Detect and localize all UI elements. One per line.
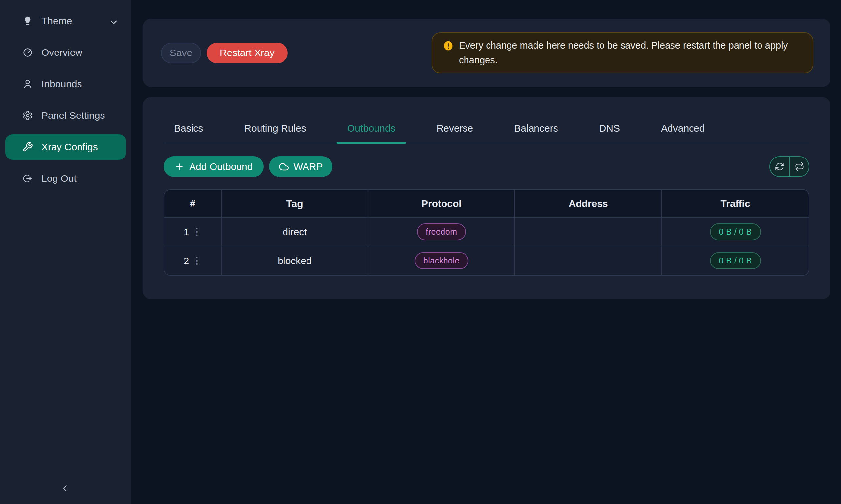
- sidebar-item-theme[interactable]: Theme: [5, 8, 126, 34]
- chevron-left-icon: [60, 483, 70, 493]
- reload-table-button[interactable]: [789, 157, 809, 176]
- traffic-badge: 0 B / 0 B: [710, 223, 760, 240]
- wrench-icon: [22, 142, 33, 152]
- sidebar-item-label: Panel Settings: [41, 110, 105, 121]
- tab-advanced[interactable]: Advanced: [650, 123, 715, 143]
- sidebar-item-label: Inbounds: [41, 78, 82, 90]
- col-header-index: #: [164, 190, 222, 218]
- xray-config-card: Basics Routing Rules Outbounds Reverse B…: [142, 97, 830, 299]
- logout-icon: [22, 173, 33, 184]
- col-header-address: Address: [515, 190, 662, 218]
- gear-icon: [22, 110, 33, 121]
- user-icon: [22, 79, 33, 89]
- row-index: 1: [183, 227, 189, 237]
- restart-warning-alert: Every change made here needs to be saved…: [432, 33, 813, 73]
- sidebar-item-label: Log Out: [41, 173, 76, 184]
- dashboard-icon: [22, 47, 33, 58]
- main-content: Save Restart Xray Every change made here…: [132, 0, 841, 504]
- sidebar-collapse-button[interactable]: [58, 482, 72, 495]
- tag-cell: direct: [222, 218, 368, 247]
- plus-icon: [174, 162, 184, 172]
- refresh-button[interactable]: [770, 157, 789, 176]
- col-header-protocol: Protocol: [368, 190, 515, 218]
- sidebar-item-label: Theme: [41, 15, 72, 26]
- outbounds-table: # Tag Protocol Address Traffic 1: [164, 189, 809, 276]
- toolbar-card: Save Restart Xray Every change made here…: [142, 19, 830, 87]
- add-outbound-button[interactable]: Add Outbound: [164, 156, 264, 177]
- tab-basics[interactable]: Basics: [164, 123, 213, 143]
- chevron-down-icon: [108, 17, 116, 25]
- tab-reverse[interactable]: Reverse: [426, 123, 484, 143]
- alert-message: Every change made here needs to be saved…: [459, 38, 801, 68]
- warning-icon: [443, 41, 453, 51]
- sidebar-item-label: Xray Configs: [41, 141, 98, 152]
- repeat-icon: [795, 162, 804, 171]
- row-menu-icon[interactable]: ⋮: [192, 256, 202, 266]
- sidebar: Theme Overview: [0, 0, 132, 504]
- address-cell: [515, 218, 662, 247]
- row-index: 2: [183, 255, 189, 267]
- config-tabs: Basics Routing Rules Outbounds Reverse B…: [164, 97, 809, 143]
- app-root: Theme Overview: [0, 0, 841, 504]
- restart-xray-button[interactable]: Restart Xray: [207, 43, 288, 63]
- add-outbound-label: Add Outbound: [189, 161, 253, 172]
- table-header-row: # Tag Protocol Address Traffic: [164, 190, 809, 218]
- traffic-badge: 0 B / 0 B: [710, 252, 760, 269]
- col-header-tag: Tag: [222, 190, 368, 218]
- protocol-badge: freedom: [417, 223, 466, 240]
- sidebar-item-xray-configs[interactable]: Xray Configs: [5, 134, 126, 160]
- sync-icon: [775, 162, 785, 171]
- table-tools-group: [769, 156, 809, 177]
- save-button[interactable]: Save: [161, 43, 201, 63]
- tab-routing-rules[interactable]: Routing Rules: [234, 123, 316, 143]
- sidebar-item-label: Overview: [41, 47, 83, 58]
- table-row: 1 ⋮ direct freedom 0 B / 0 B: [164, 218, 809, 247]
- sidebar-nav: Theme Overview: [0, 0, 132, 191]
- sidebar-item-overview[interactable]: Overview: [5, 40, 126, 65]
- sidebar-item-inbounds[interactable]: Inbounds: [5, 71, 126, 97]
- cloud-icon: [279, 162, 289, 172]
- tab-balancers[interactable]: Balancers: [504, 123, 568, 143]
- sidebar-item-panel-settings[interactable]: Panel Settings: [5, 103, 126, 128]
- col-header-traffic: Traffic: [662, 190, 809, 218]
- row-menu-icon[interactable]: ⋮: [192, 227, 202, 237]
- warp-label: WARP: [294, 161, 323, 172]
- protocol-badge: blackhole: [415, 252, 468, 269]
- tag-cell: blocked: [222, 247, 368, 275]
- address-cell: [515, 247, 662, 275]
- table-row: 2 ⋮ blocked blackhole 0 B / 0 B: [164, 247, 809, 275]
- tab-dns[interactable]: DNS: [589, 123, 631, 143]
- tab-outbounds[interactable]: Outbounds: [337, 123, 406, 143]
- toolbar-buttons: Save Restart Xray: [161, 43, 288, 63]
- warp-button[interactable]: WARP: [269, 156, 333, 177]
- bulb-icon: [22, 16, 33, 26]
- sidebar-item-log-out[interactable]: Log Out: [5, 166, 126, 191]
- outbounds-actions-row: Add Outbound WARP: [164, 156, 809, 177]
